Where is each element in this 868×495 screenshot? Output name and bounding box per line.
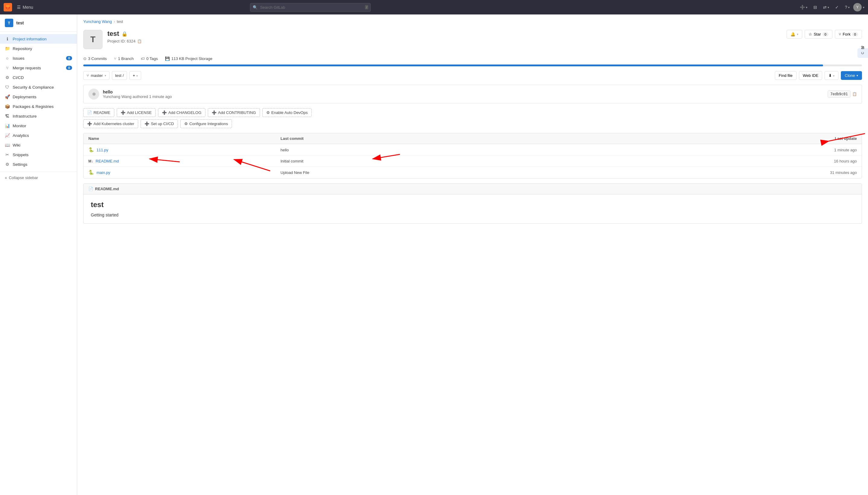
- devops-icon: ⚙: [266, 110, 270, 115]
- add-contributing-button[interactable]: ➕ Add CONTRIBUTING: [208, 108, 260, 117]
- sidebar-project-name: test: [16, 20, 24, 25]
- storage-size: 113 KB Project Storage: [171, 56, 212, 61]
- gitlab-logo[interactable]: [4, 3, 12, 12]
- commit-info: hello Yunchang Wang authored 1 minute ag…: [103, 89, 824, 99]
- sidebar-item-merge-requests[interactable]: ⑂ Merge requests 0: [0, 63, 77, 73]
- notification-button[interactable]: 🔔 ▾: [787, 30, 802, 39]
- readme-title: README.md: [95, 187, 119, 191]
- todos-button[interactable]: ✓: [833, 3, 841, 12]
- star-button[interactable]: ☆ Star 0: [805, 30, 832, 39]
- sidebar-item-cicd[interactable]: ⚙ CI/CD: [0, 73, 77, 82]
- create-button[interactable]: ➕ ▾: [798, 3, 810, 12]
- tags-stat[interactable]: 🏷 0 Tags: [141, 56, 158, 61]
- help-button[interactable]: ? ▾: [842, 3, 852, 12]
- issues-button[interactable]: ⊟: [811, 3, 819, 12]
- license-icon: ➕: [121, 110, 126, 115]
- branch-name: master: [91, 73, 103, 78]
- issues-badge: 0: [66, 56, 72, 60]
- col-commit: Last commit: [281, 136, 665, 141]
- search-container: 🔍 /: [250, 3, 371, 12]
- add-changelog-button[interactable]: ➕ Add CHANGELOG: [158, 108, 205, 117]
- lock-icon: 🔒: [121, 31, 128, 37]
- sidebar-item-deployments[interactable]: 🚀 Deployments: [0, 92, 77, 102]
- tags-icon: 🏷: [141, 56, 145, 61]
- enable-devops-button[interactable]: ⚙ Enable Auto DevOps: [262, 108, 312, 117]
- find-file-button[interactable]: Find file: [775, 71, 797, 80]
- add-file-button[interactable]: + ▾: [129, 71, 141, 80]
- clone-button[interactable]: Clone ▾: [841, 71, 862, 80]
- file-commit-mainpy: Upload New File: [281, 170, 665, 175]
- file-time-mainpy: 31 minutes ago: [665, 170, 857, 175]
- commit-title[interactable]: hello: [103, 89, 824, 95]
- sidebar-project-header[interactable]: T test: [0, 15, 77, 32]
- copy-hash-button[interactable]: 📋: [852, 92, 857, 96]
- commits-stat[interactable]: ⊙ 3 Commits: [83, 56, 107, 61]
- sidebar-item-packages[interactable]: 📦 Packages & Registries: [0, 102, 77, 111]
- sidebar-item-issues[interactable]: ○ Issues 0: [0, 53, 77, 63]
- file-name-readme[interactable]: M↓ README.md: [88, 159, 281, 164]
- col-name: Name: [88, 136, 281, 141]
- sidebar-item-settings[interactable]: ⚙ Settings: [0, 159, 77, 169]
- menu-button[interactable]: ☰ Menu: [15, 4, 36, 11]
- python-icon: 🐍: [88, 147, 94, 153]
- commit-author: Yunchang Wang: [103, 95, 132, 99]
- commits-icon: ⊙: [83, 56, 86, 61]
- search-input[interactable]: [250, 3, 371, 12]
- star-count: 0: [822, 32, 829, 36]
- path-separator: /: [123, 73, 124, 78]
- web-ide-button[interactable]: Web IDE: [799, 71, 822, 80]
- download-button[interactable]: ⬇ ▾: [824, 71, 838, 80]
- action-buttons: 📄 README ➕ Add LICENSE ➕ Add CHANGELOG ➕…: [83, 108, 862, 117]
- sidebar-item-snippets[interactable]: ✂ Snippets: [0, 150, 77, 159]
- file-table-header: Name Last commit Last update: [84, 133, 862, 144]
- breadcrumb-separator: ›: [114, 19, 115, 24]
- project-actions: 🔔 ▾ ☆ Star 0 ⑂ Fork 0: [787, 30, 862, 39]
- readme-doc-icon: 📄: [88, 187, 93, 191]
- merge-icon: ⑂: [5, 65, 10, 70]
- branch-icon: ⑂: [86, 73, 89, 78]
- avatar-dropdown[interactable]: ▾: [863, 6, 864, 9]
- sidebar-item-monitor[interactable]: 📊 Monitor: [0, 121, 77, 131]
- shield-icon: 🛡: [5, 85, 10, 89]
- main-content: Yunchang Wang › test T test 🔒 Project ID…: [77, 15, 868, 495]
- sidebar-avatar: T: [5, 19, 13, 27]
- sidebar-item-wiki[interactable]: 📖 Wiki: [0, 140, 77, 150]
- merge-requests-button[interactable]: ⇄ ▾: [821, 3, 832, 12]
- user-avatar[interactable]: Y: [853, 3, 862, 12]
- sidebar-item-analytics[interactable]: 📈 Analytics: [0, 131, 77, 140]
- project-logo: T: [83, 30, 102, 49]
- fork-label: Fork: [843, 32, 851, 36]
- add-license-button[interactable]: ➕ Add LICENSE: [117, 108, 156, 117]
- clone-dropdown-icon: ▾: [856, 74, 858, 77]
- branch-icon: ⑂: [114, 56, 116, 61]
- sidebar-item-project-info[interactable]: ℹ Project information: [0, 34, 77, 44]
- k8s-icon: ➕: [87, 121, 92, 126]
- fork-count: 0: [852, 32, 858, 36]
- fork-button[interactable]: ⑂ Fork 0: [835, 30, 862, 39]
- collapse-icon: «: [5, 175, 7, 180]
- commit-hash-value[interactable]: 7edb9c01: [828, 90, 851, 98]
- sidebar-item-infrastructure[interactable]: 🏗 Infrastructure: [0, 111, 77, 121]
- branch-selector[interactable]: ⑂ master ▾: [83, 71, 110, 80]
- sidebar-item-repository[interactable]: 📁 Repository: [0, 44, 77, 53]
- path-root[interactable]: test: [115, 73, 121, 78]
- file-name-mainpy[interactable]: 🐍 main.py: [88, 170, 281, 175]
- file-name-111py[interactable]: 🐍 111.py: [88, 147, 281, 153]
- table-row: 🐍 main.py Upload New File 31 minutes ago: [84, 167, 862, 178]
- setup-cicd-button[interactable]: ➕ Set up CI/CD: [140, 119, 178, 128]
- changelog-icon: ➕: [162, 110, 167, 115]
- copy-id-button[interactable]: 📋: [137, 39, 142, 44]
- sidebar-item-security[interactable]: 🛡 Security & Compliance: [0, 82, 77, 92]
- action-buttons-row2: ➕ Add Kubernetes cluster ➕ Set up CI/CD …: [83, 119, 862, 128]
- branch-stat[interactable]: ⑂ 1 Branch: [114, 56, 134, 61]
- add-kubernetes-button[interactable]: ➕ Add Kubernetes cluster: [83, 119, 138, 128]
- side-panel-item[interactable]: C笔记: [859, 51, 866, 55]
- settings-icon: ⚙: [5, 162, 10, 167]
- collapse-sidebar-button[interactable]: « Collapse sidebar: [0, 172, 77, 184]
- readme-heading: test: [91, 201, 854, 209]
- breadcrumb-parent[interactable]: Yunchang Wang: [83, 19, 112, 24]
- hamburger-icon: ☰: [17, 5, 21, 10]
- readme-button[interactable]: 📄 README: [83, 108, 114, 117]
- configure-integrations-button[interactable]: ⚙ Configure Integrations: [180, 119, 232, 128]
- table-row: M↓ README.md Initial commit 16 hours ago: [84, 156, 862, 167]
